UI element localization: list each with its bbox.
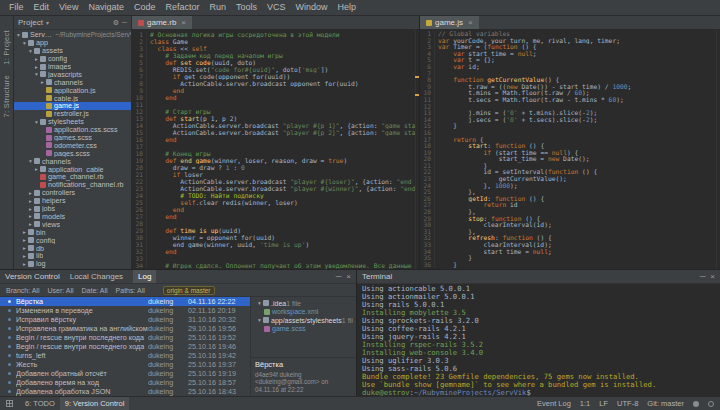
tree-item-config[interactable]: ▸config: [14, 236, 131, 244]
commit-row[interactable]: Добавлен обратный отсчётdukeing25.10.16 …: [0, 369, 250, 378]
expand-arrow-icon[interactable]: ▸: [33, 166, 40, 172]
collapse-arrow-icon[interactable]: ▾: [33, 119, 40, 125]
tree-item-application.js[interactable]: application.js: [14, 86, 131, 94]
notifications-icon[interactable]: [693, 401, 699, 407]
menu-edit[interactable]: Edit: [29, 0, 55, 15]
chevron-down-icon[interactable]: ▾: [46, 19, 49, 26]
tab-game-js[interactable]: game.js ×: [420, 16, 479, 29]
git-branch[interactable]: Git: master: [647, 399, 684, 408]
tree-item-channels[interactable]: ▸channels: [14, 78, 131, 86]
tree-item-jobs[interactable]: ▸jobs: [14, 205, 131, 213]
tree-item-lib[interactable]: ▸lib: [14, 252, 131, 260]
hector-inspections-icon[interactable]: [708, 401, 714, 407]
changed-file-row[interactable]: ▾app/assets/stylesheets 1 file: [254, 316, 353, 325]
tree-item-models[interactable]: ▸models: [14, 212, 131, 220]
changed-file-row[interactable]: game.scss: [254, 325, 353, 334]
commit-row[interactable]: Вёрсткаdukeing04.11.16 22:22: [0, 297, 250, 306]
encoding[interactable]: UTF-8: [617, 399, 638, 408]
expand-arrow-icon[interactable]: ▸: [21, 229, 28, 235]
tree-item-restroller.js[interactable]: restroller.js: [14, 110, 131, 118]
collapse-arrow-icon[interactable]: ▾: [256, 300, 263, 306]
expand-arrow-icon[interactable]: ▸: [27, 198, 34, 204]
expand-arrow-icon[interactable]: ▸: [27, 221, 34, 227]
menu-navigate[interactable]: Navigate: [83, 0, 129, 15]
collapse-arrow-icon[interactable]: ▾: [27, 48, 34, 54]
minimize-icon[interactable]: ─: [336, 272, 342, 281]
close-icon[interactable]: ×: [468, 18, 473, 27]
commit-row[interactable]: Исправил вёрсткуdukeing31.10.16 20:32: [0, 315, 250, 324]
commit-row[interactable]: Изменения в переводеdukeing02.11.16 20:1…: [0, 306, 250, 315]
collapse-arrow-icon[interactable]: ▾: [27, 158, 34, 164]
tree-item-game_channel.rb[interactable]: game_channel.rb: [14, 173, 131, 181]
line-ending[interactable]: LF: [599, 399, 608, 408]
tree-item-log[interactable]: ▸log: [14, 260, 131, 268]
tree-item-stylesheets[interactable]: ▾stylesheets: [14, 118, 131, 126]
tree-item-application_cable[interactable]: ▸application_cable: [14, 165, 131, 173]
tree-item-controllers[interactable]: ▸controllers: [14, 189, 131, 197]
log-filter[interactable]: User: All: [47, 287, 73, 294]
settings-gear-icon[interactable]: ⚙: [113, 19, 119, 27]
menu-view[interactable]: View: [54, 0, 83, 15]
code-editor-js[interactable]: 1// Global variables2var yourCode, your_…: [420, 30, 720, 269]
tree-item-games.scss[interactable]: games.scss: [14, 134, 131, 142]
collapse-arrow-icon[interactable]: ▾: [256, 317, 263, 323]
caret-position[interactable]: 1:1: [580, 399, 590, 408]
tree-item-images[interactable]: ▸images: [14, 63, 131, 71]
log-filter[interactable]: Branch: All: [6, 287, 39, 294]
tree-item-app[interactable]: ▾app: [14, 39, 131, 47]
expand-arrow-icon[interactable]: ▸: [27, 213, 34, 219]
commit-row[interactable]: turns_leftdukeing25.10.16 19:42: [0, 351, 250, 360]
menu-help[interactable]: Help: [333, 0, 362, 15]
collapse-arrow-icon[interactable]: ▾: [33, 71, 40, 77]
expand-arrow-icon[interactable]: ▸: [33, 64, 40, 70]
menu-window[interactable]: Window: [291, 0, 333, 15]
tree-item-assets[interactable]: ▾assets: [14, 47, 131, 55]
log-filter[interactable]: Paths: All: [116, 287, 145, 294]
tree-item-notifications_channel.rb[interactable]: notifications_channel.rb: [14, 181, 131, 189]
collapse-arrow-icon[interactable]: ▾: [21, 40, 28, 46]
event-log-button[interactable]: Event Log: [537, 399, 571, 408]
commit-row[interactable]: Исправлена грамматика на английскомdukei…: [0, 324, 250, 333]
menu-code[interactable]: Code: [129, 0, 161, 15]
menu-tools[interactable]: Tools: [231, 0, 262, 15]
tree-item-helpers[interactable]: ▸helpers: [14, 197, 131, 205]
commit-row[interactable]: Begin / rescue внутри последнего ходаduk…: [0, 342, 250, 351]
expand-arrow-icon[interactable]: ▸: [27, 206, 34, 212]
expand-arrow-icon[interactable]: ▸: [39, 79, 46, 85]
expand-arrow-icon[interactable]: ▸: [27, 190, 34, 196]
tree-item-application.css.scss[interactable]: application.css.scss: [14, 126, 131, 134]
toolwindow-button-todo[interactable]: 6: TODO: [20, 397, 60, 410]
terminal-output[interactable]: Using actioncable 5.0.0.1Using actionmai…: [357, 284, 720, 396]
tree-item-javascripts[interactable]: ▾javascripts: [14, 70, 131, 78]
commit-row[interactable]: Добавлено время на ходdukeing25.10.16 18…: [0, 378, 250, 387]
tool-button-structure[interactable]: 7: Structure: [2, 75, 11, 117]
hide-panel-icon[interactable]: ─: [122, 19, 127, 27]
collapse-arrow-icon[interactable]: ▾: [15, 32, 22, 38]
tree-item-ServVik[interactable]: ▾ServVik~/RubymineProjects/ServVik: [14, 31, 131, 39]
menu-run[interactable]: Run: [204, 0, 231, 15]
expand-arrow-icon[interactable]: ▸: [21, 261, 28, 267]
tree-item-bin[interactable]: ▸bin: [14, 228, 131, 236]
commit-row[interactable]: Жестьdukeing25.10.16 19:37: [0, 360, 250, 369]
menu-file[interactable]: File: [4, 0, 29, 15]
tree-item-db[interactable]: ▸db: [14, 244, 131, 252]
log-filter[interactable]: Date: All: [82, 287, 108, 294]
close-icon[interactable]: ×: [346, 272, 351, 281]
expand-arrow-icon[interactable]: ▸: [21, 245, 28, 251]
toolwindow-button-version-control[interactable]: 9: Version Control: [60, 397, 130, 410]
changed-file-row[interactable]: workspace.xml: [254, 308, 353, 317]
tree-item-cable.js[interactable]: cable.js: [14, 94, 131, 102]
commit-row[interactable]: Добавлена обработка JSONdukeing25.10.16 …: [0, 387, 250, 396]
expand-arrow-icon[interactable]: ▸: [33, 56, 40, 62]
code-editor-ruby[interactable]: 1# Основная логика игры сосредоточена в …: [132, 30, 419, 269]
tool-windows-icon[interactable]: [6, 400, 13, 407]
tab-game-rb[interactable]: game.rb ×: [132, 16, 192, 29]
commit-row[interactable]: Begin / rescue внутри последнего кодаduk…: [0, 333, 250, 342]
tree-item-views[interactable]: ▸views: [14, 220, 131, 228]
tree-item-channels[interactable]: ▾channels: [14, 157, 131, 165]
expand-arrow-icon[interactable]: ▸: [21, 237, 28, 243]
tree-item-odometer.css[interactable]: odometer.css: [14, 141, 131, 149]
expand-arrow-icon[interactable]: ▸: [21, 253, 28, 259]
tab-local-changes[interactable]: Local Changes: [65, 270, 128, 283]
tree-item-config[interactable]: ▸config: [14, 55, 131, 63]
